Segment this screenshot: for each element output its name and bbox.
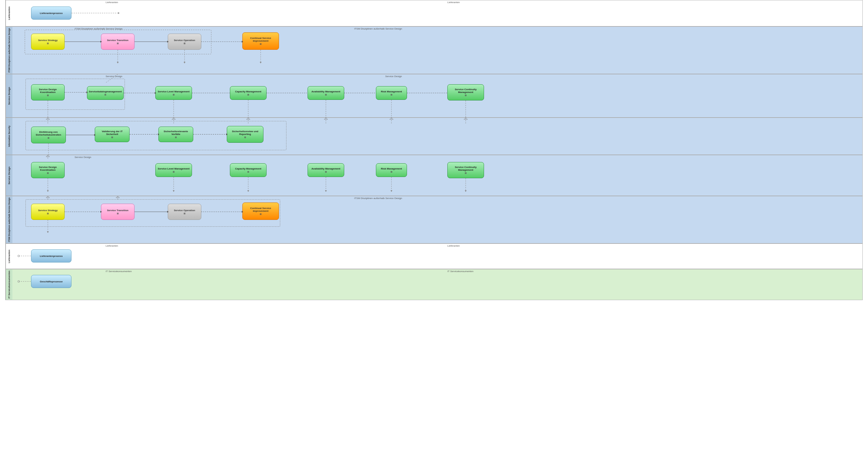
validierung-label: Validierung der IT Sicherheit: [96, 130, 128, 136]
einfuhrung-box[interactable]: Einführung von Sicherheitskontrollen ⊞: [31, 126, 66, 143]
lane-service-design-bottom: Service Design Service Design Service De…: [5, 155, 863, 196]
capacity-top-box[interactable]: Capacity Management ⊞: [230, 86, 267, 100]
svg-marker-61: [173, 190, 175, 192]
continual-service-bot-box[interactable]: Continual Service Improvement ⊞: [242, 202, 279, 220]
sec-header-sk-r: IT Servicekonsumenten: [447, 270, 473, 273]
sd-koordination-bot-label: Service Design Koordination: [33, 166, 63, 171]
capacity-bot-label: Capacity Management: [235, 167, 261, 170]
service-transition-top-expand[interactable]: ⊞: [117, 42, 119, 45]
continuity-top-box[interactable]: Service Continuity Management ⊞: [447, 84, 484, 101]
continual-service-bot-expand[interactable]: ⊞: [260, 213, 261, 216]
slm-top-box[interactable]: Service Level Management ⊞: [155, 86, 192, 100]
validierung-expand[interactable]: ⊞: [111, 136, 113, 139]
avail-bot-expand[interactable]: ⊞: [325, 171, 327, 173]
continual-service-top-box[interactable]: Continual Service Improvement ⊞: [242, 32, 279, 50]
risk-top-box[interactable]: Risk Management ⊞: [376, 86, 407, 100]
service-operation-top-expand[interactable]: ⊞: [184, 42, 185, 45]
sicherheitsrelevante-box[interactable]: Sicherheitsrelevante Vorfälle ⊞: [158, 126, 193, 142]
slm-bot-label: Service Level Management: [158, 167, 189, 170]
svg-line-35: [105, 74, 118, 83]
lane-itsm-top: ITSM Disziplinen außerhalb Service Desig…: [5, 26, 863, 74]
lane-content-itsm-top: ITSM Disziplinen außerhalb Service Desig…: [12, 27, 862, 74]
slm-bot-box[interactable]: Service Level Management ⊞: [155, 163, 192, 177]
section-header-left: Lieferanten: [105, 1, 118, 4]
continuity-bot-expand[interactable]: ⊞: [465, 172, 467, 174]
continuity-bot-box[interactable]: Service Continuity Management ⊞: [447, 162, 484, 178]
service-transition-top-box[interactable]: Service Transition ⊞: [101, 34, 134, 50]
service-strategy-bot-expand[interactable]: ⊞: [47, 213, 49, 215]
lane-label-servicekonsumenten: IT Servicekonsumenten: [6, 269, 12, 300]
lane-label-lieferanten-top: Lieferanten: [6, 0, 12, 26]
validierung-box[interactable]: Validierung der IT Sicherheit ⊞: [95, 126, 129, 142]
arrows-sk: [12, 269, 862, 300]
capacity-bot-expand[interactable]: ⊞: [247, 171, 249, 173]
service-strategy-top-expand[interactable]: ⊞: [47, 42, 49, 45]
avail-top-label: Availability Management: [311, 90, 340, 93]
slm-top-expand[interactable]: ⊞: [173, 93, 175, 96]
sicherheitsreview-box[interactable]: Sicherheitsreview und Reporting ⊞: [227, 126, 264, 143]
service-operation-bot-box[interactable]: Service Operation ⊞: [168, 204, 201, 220]
service-transition-bot-box[interactable]: Service Transition ⊞: [101, 204, 134, 220]
sd-koordination-bot-expand[interactable]: ⊞: [47, 172, 49, 174]
sec-header-lief-bot-r: Lieferanten: [447, 245, 460, 247]
avail-bot-box[interactable]: Availability Management ⊞: [308, 163, 344, 177]
lieferantenprozess-bot-box[interactable]: Lieferantenprozess: [31, 249, 71, 262]
sicherheitsrelevante-expand[interactable]: ⊞: [175, 136, 177, 139]
service-strategy-bot-box[interactable]: Service Strategy ⊞: [31, 204, 65, 220]
sicherheitsreview-expand[interactable]: ⊞: [244, 136, 246, 139]
geschaeftsprozesse-box[interactable]: Geschäftsprozesse: [31, 275, 71, 288]
capacity-bot-box[interactable]: Capacity Management ⊞: [230, 163, 267, 177]
continual-service-top-expand[interactable]: ⊞: [260, 43, 261, 46]
svg-marker-1: [118, 12, 120, 14]
lieferantenprozess-top-box[interactable]: Lieferantenprozess: [31, 6, 71, 20]
svg-marker-12: [184, 62, 185, 63]
einfuhrung-label: Einführung von Sicherheitskontrollen: [33, 131, 64, 136]
svg-marker-81: [47, 231, 49, 233]
svg-point-85: [18, 281, 20, 282]
slm-bot-expand[interactable]: ⊞: [173, 171, 175, 173]
capacity-top-label: Capacity Management: [235, 90, 261, 93]
lane-content-info-security: Einführung von Sicherheitskontrollen ⊞ V…: [12, 118, 862, 154]
lane-content-sd-bottom: Service Design Service Design Koordinati…: [12, 155, 862, 196]
lane-label-service-design-top: Service Design: [6, 74, 12, 117]
svg-marker-49: [246, 118, 250, 119]
continual-service-top-label: Continual Service Improvement: [244, 37, 277, 42]
lane-service-design-top: Service Design Service Design Service De…: [5, 74, 863, 117]
arrows-lieferanten-top: [12, 0, 862, 26]
servicekatalog-expand[interactable]: ⊞: [104, 93, 106, 96]
capacity-top-expand[interactable]: ⊞: [247, 93, 249, 96]
risk-top-expand[interactable]: ⊞: [391, 93, 392, 96]
service-transition-bot-expand[interactable]: ⊞: [117, 213, 119, 215]
svg-marker-45: [46, 118, 50, 119]
svg-marker-79: [116, 196, 120, 198]
lane-content-lieferanten-top: Lieferanten Lieferanten Lieferantenproze…: [12, 0, 862, 26]
lieferantenprozess-top-label: Lieferantenprozess: [40, 12, 62, 15]
continuity-bot-label: Service Continuity Management: [449, 166, 483, 171]
arrows-itsm-bot: [12, 196, 851, 243]
lane-label-lieferanten-bottom: Lieferanten: [6, 244, 12, 269]
avail-top-box[interactable]: Availability Management ⊞: [308, 86, 344, 100]
avail-top-expand[interactable]: ⊞: [325, 93, 327, 96]
sec-header-sd-top-r: Service Design: [385, 75, 402, 78]
arrows-lief-bot: [12, 244, 862, 269]
service-operation-bot-label: Service Operation: [174, 209, 195, 212]
service-operation-top-box[interactable]: Service Operation ⊞: [168, 34, 201, 50]
geschaeftsprozesse-label: Geschäftsprozesse: [40, 280, 62, 283]
risk-bot-expand[interactable]: ⊞: [391, 171, 392, 173]
risk-bot-box[interactable]: Risk Management ⊞: [376, 163, 407, 177]
sd-koordination-bot-box[interactable]: Service Design Koordination ⊞: [31, 162, 65, 178]
sicherheitsrelevante-label: Sicherheitsrelevante Vorfälle: [160, 130, 192, 136]
service-operation-bot-expand[interactable]: ⊞: [184, 213, 185, 215]
service-transition-bot-label: Service Transition: [107, 209, 129, 212]
continuity-top-expand[interactable]: ⊞: [465, 94, 467, 97]
lane-lieferanten-bottom: Lieferanten Lieferanten Lieferanten Lief…: [5, 244, 863, 269]
sd-koordination-top-box[interactable]: Service Design Koordination ⊞: [31, 84, 65, 101]
service-strategy-top-box[interactable]: Service Strategy ⊞: [31, 34, 65, 50]
arrows-sd-top: [12, 74, 851, 117]
svg-marker-55: [464, 118, 468, 119]
einfuhrung-expand[interactable]: ⊞: [48, 137, 50, 139]
lane-content-servicekonsumenten: IT Servicekonsumenten IT Servicekonsumen…: [12, 269, 862, 300]
svg-marker-10: [117, 62, 119, 63]
sd-koordination-top-expand[interactable]: ⊞: [47, 94, 49, 97]
servicekatalog-box[interactable]: Servicekatalogmanagement ⊞: [87, 86, 124, 100]
